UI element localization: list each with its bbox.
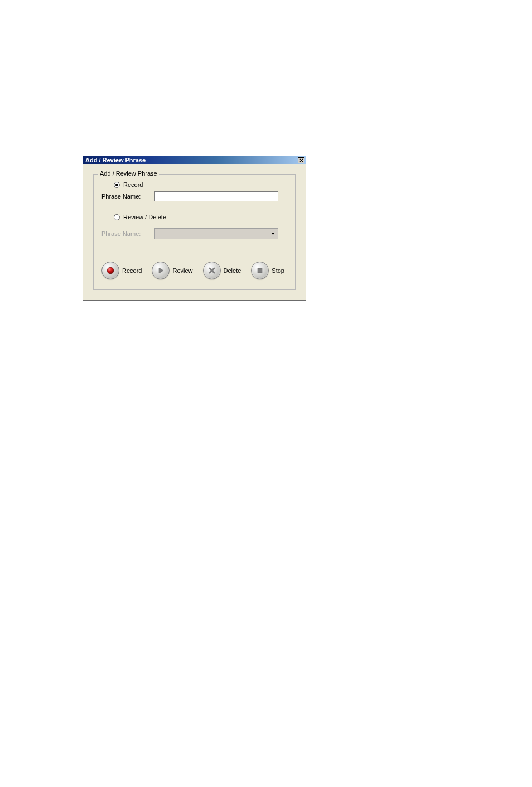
- label-review-phrase-name: Phrase Name:: [101, 230, 154, 237]
- svg-marker-2: [271, 233, 275, 235]
- review-icon-wrap: [152, 262, 170, 279]
- record-button-label: Record: [122, 267, 142, 274]
- radio-row-review-delete[interactable]: Review / Delete: [114, 214, 287, 220]
- form-row-record-name: Phrase Name:: [101, 191, 287, 201]
- combo-arrow[interactable]: [268, 229, 277, 238]
- stop-icon: [255, 266, 264, 275]
- radio-row-record[interactable]: Record: [114, 181, 287, 188]
- close-icon: [299, 158, 303, 162]
- window-title: Add / Review Phrase: [85, 156, 146, 164]
- svg-rect-7: [258, 268, 262, 273]
- stop-icon-wrap: [251, 262, 269, 279]
- titlebar: Add / Review Phrase: [83, 156, 306, 164]
- radio-review-delete[interactable]: [114, 214, 120, 220]
- delete-icon-wrap: [203, 262, 221, 279]
- svg-point-3: [107, 267, 114, 274]
- review-button[interactable]: Review: [152, 262, 192, 279]
- record-icon: [106, 266, 115, 275]
- radio-record[interactable]: [114, 182, 120, 188]
- x-icon: [207, 266, 216, 275]
- play-icon: [156, 266, 165, 275]
- form-row-review-name: Phrase Name:: [101, 228, 287, 239]
- delete-button-label: Delete: [224, 267, 241, 274]
- combo-review-phrase-name[interactable]: [154, 228, 278, 239]
- groupbox-legend: Add / Review Phrase: [98, 170, 159, 177]
- record-icon-wrap: [101, 262, 119, 279]
- label-record-phrase-name: Phrase Name:: [101, 193, 154, 200]
- radio-review-delete-label: Review / Delete: [123, 214, 166, 220]
- stop-button-label: Stop: [272, 267, 284, 274]
- client-area: Add / Review Phrase Record Phrase Name: …: [83, 164, 306, 300]
- chevron-down-icon: [271, 233, 275, 235]
- review-button-label: Review: [172, 267, 192, 274]
- record-button[interactable]: Record: [101, 262, 142, 279]
- stop-button[interactable]: Stop: [251, 262, 284, 279]
- button-row: Record Review: [101, 262, 287, 279]
- delete-button[interactable]: Delete: [203, 262, 241, 279]
- svg-marker-4: [159, 268, 163, 273]
- close-button[interactable]: [298, 157, 304, 163]
- radio-record-label: Record: [123, 181, 143, 188]
- groupbox-add-review-phrase: Add / Review Phrase Record Phrase Name: …: [93, 174, 296, 290]
- dialog-window: Add / Review Phrase Add / Review Phrase …: [83, 156, 306, 301]
- input-record-phrase-name[interactable]: [154, 191, 278, 201]
